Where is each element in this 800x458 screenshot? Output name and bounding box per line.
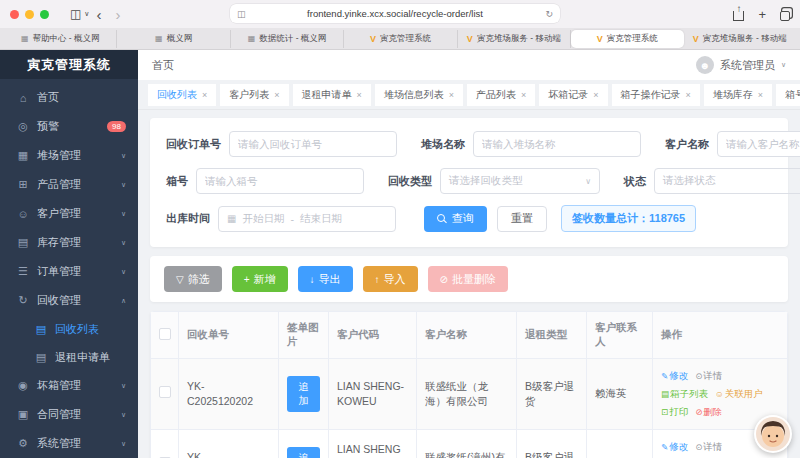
sidebar-item-inventory[interactable]: ▤ 库存管理 ∨ — [0, 228, 138, 257]
filter-button[interactable]: ▽筛选 — [164, 266, 222, 292]
tab-label: 箱号管理 — [785, 88, 800, 102]
browser-tab[interactable]: V 寅克堆场服务 - 移动端 — [458, 30, 571, 48]
tab-customer-list[interactable]: 客户列表× — [220, 84, 288, 106]
close-icon[interactable]: × — [274, 90, 279, 100]
share-icon[interactable] — [733, 11, 744, 21]
close-icon[interactable]: × — [202, 90, 207, 100]
close-icon[interactable]: × — [521, 90, 526, 100]
user-name: 系统管理员 — [720, 58, 775, 73]
append-image-button[interactable]: 追加 — [287, 447, 320, 458]
browser-tab-active[interactable]: V 寅克管理系统 — [571, 30, 683, 48]
search-icon — [437, 214, 447, 224]
close-icon[interactable]: × — [686, 90, 691, 100]
page-settings-icon[interactable]: ◫ — [237, 9, 246, 19]
chevron-up-icon: ∧ — [121, 297, 126, 305]
new-tab-icon[interactable]: + — [758, 7, 766, 22]
tab-yard-info[interactable]: 堆场信息列表× — [375, 84, 463, 106]
product-icon: ⊞ — [17, 178, 29, 191]
browser-tab[interactable]: V 寅克堆场服务 - 移动端 — [684, 30, 796, 48]
eye-icon: ⊙ — [695, 442, 702, 452]
sidebar-item-product[interactable]: ⊞ 产品管理 ∨ — [0, 170, 138, 199]
sidebar-toggle-icon[interactable]: ◫ — [70, 8, 81, 20]
add-button-label: 新增 — [254, 272, 276, 287]
browser-tab[interactable]: ▦ 帮助中心 - 概义网 — [4, 30, 117, 48]
close-icon[interactable]: × — [449, 90, 454, 100]
sidebar-item-contract[interactable]: ▣ 合同管理 ∨ — [0, 400, 138, 429]
tab-overview-icon[interactable] — [780, 11, 790, 21]
tab-recycle-list[interactable]: 回收列表× — [148, 84, 216, 106]
select-all-checkbox[interactable] — [159, 328, 171, 340]
sidebar-item-yard[interactable]: ▦ 堆场管理 ∨ — [0, 141, 138, 170]
add-button[interactable]: +新增 — [232, 266, 288, 292]
delete-link[interactable]: ⊘删除 — [695, 403, 722, 421]
tab-box-operation[interactable]: 箱子操作记录× — [612, 84, 700, 106]
sidebar-item-alerts[interactable]: ◎ 预警 98 — [0, 112, 138, 141]
close-window-button[interactable] — [10, 10, 19, 19]
append-image-button[interactable]: 追加 — [287, 376, 320, 412]
select-placeholder: 请选择回收类型 — [449, 174, 523, 188]
site-favicon: ▦ — [21, 34, 29, 43]
tab-box-number[interactable]: 箱号管理× — [776, 84, 800, 106]
tab-return-request[interactable]: 退租申请单× — [293, 84, 371, 106]
tab-yard-stock[interactable]: 堆场库存× — [704, 84, 772, 106]
customer-name-input[interactable] — [717, 131, 800, 157]
row-checkbox[interactable] — [159, 386, 171, 398]
page-tab-bar: 回收列表× 客户列表× 退租申请单× 堆场信息列表× 产品列表× 坏箱记录× 箱… — [138, 80, 800, 110]
minimize-window-button[interactable] — [25, 10, 34, 19]
sidebar-item-home[interactable]: ⌂ 首页 — [0, 83, 138, 112]
query-button[interactable]: 查询 — [424, 206, 487, 232]
batch-delete-button[interactable]: ⊘批量删除 — [428, 266, 508, 292]
assistant-avatar[interactable] — [754, 415, 792, 453]
detail-link[interactable]: ⊙详情 — [695, 438, 722, 456]
detail-link[interactable]: ⊙详情 — [695, 367, 722, 385]
zoom-window-button[interactable] — [40, 10, 49, 19]
sidebar-caret-icon[interactable]: ∨ — [84, 10, 89, 18]
browser-tab-strip: ▦ 帮助中心 - 概义网 ▦ 概义网 ▦ 数据统计 - 概义网 V 寅克管理系统… — [0, 28, 800, 50]
close-icon[interactable]: × — [357, 90, 362, 100]
forward-icon[interactable]: › — [115, 7, 120, 22]
status-select[interactable]: 请选择状态 ∨ — [654, 168, 800, 194]
recycle-order-no-input[interactable] — [229, 131, 397, 157]
box-list-link[interactable]: ▤箱子列表 — [661, 385, 708, 403]
import-button[interactable]: ↑导入 — [363, 266, 418, 292]
yard-name-input[interactable] — [473, 131, 641, 157]
sidebar-item-system[interactable]: ⚙ 系统管理 ∨ — [0, 429, 138, 458]
reload-icon[interactable]: ↻ — [545, 9, 553, 19]
browser-tab-label: 寅克堆场服务 - 移动端 — [477, 33, 561, 45]
browser-tab[interactable]: V 寅克管理系统 — [344, 30, 457, 48]
close-icon[interactable]: × — [758, 90, 763, 100]
tab-label: 箱子操作记录 — [621, 88, 681, 102]
sidebar-item-recycle[interactable]: ↻ 回收管理 ∧ — [0, 286, 138, 315]
browser-tab[interactable]: ▦ 数据统计 - 概义网 — [231, 30, 344, 48]
box-no-input[interactable] — [196, 168, 364, 194]
app-title: 寅克管理系统 — [0, 50, 138, 79]
chevron-down-icon: ∨ — [121, 411, 126, 419]
sidebar-item-customer[interactable]: ☺ 客户管理 ∨ — [0, 199, 138, 228]
browser-tab[interactable]: ▦ 概义网 — [117, 30, 230, 48]
user-menu[interactable]: ☻ 系统管理员 ∨ — [696, 56, 786, 74]
sidebar-item-order[interactable]: ☰ 订单管理 ∨ — [0, 257, 138, 286]
export-button[interactable]: ↓导出 — [298, 266, 353, 292]
edit-link[interactable]: ✎修改 — [661, 438, 688, 456]
tab-product-list[interactable]: 产品列表× — [467, 84, 535, 106]
edit-link[interactable]: ✎修改 — [661, 367, 688, 385]
recycle-icon: ↻ — [17, 294, 29, 307]
sidebar-item-return-request[interactable]: ▤ 退租申请单 — [0, 343, 138, 371]
sidebar-item-broken-box[interactable]: ◉ 坏箱管理 ∨ — [0, 371, 138, 400]
out-time-range-picker[interactable]: ▦ 开始日期 - 结束日期 — [218, 206, 396, 232]
field-label: 客户名称 — [665, 137, 709, 152]
print-link[interactable]: ⊡打印 — [661, 403, 688, 421]
sidebar-item-label: 退租申请单 — [55, 350, 110, 365]
user-icon: ☺ — [715, 389, 724, 399]
close-icon[interactable]: × — [593, 90, 598, 100]
sidebar-item-recycle-list[interactable]: ▤ 回收列表 — [0, 315, 138, 343]
chevron-down-icon: ∨ — [121, 268, 126, 276]
back-icon[interactable]: ‹ — [96, 7, 101, 22]
address-bar[interactable]: ◫ frontend.yinke.xcx.social/recycle-orde… — [230, 4, 560, 23]
reset-button[interactable]: 重置 — [497, 206, 547, 232]
tab-broken-record[interactable]: 坏箱记录× — [539, 84, 607, 106]
recycle-type-select[interactable]: 请选择回收类型 ∨ — [440, 168, 600, 194]
content-topbar: 首页 ☻ 系统管理员 ∨ — [138, 50, 800, 80]
link-user-link[interactable]: ☺关联用户 — [715, 385, 763, 403]
chevron-down-icon: ∨ — [121, 152, 126, 160]
